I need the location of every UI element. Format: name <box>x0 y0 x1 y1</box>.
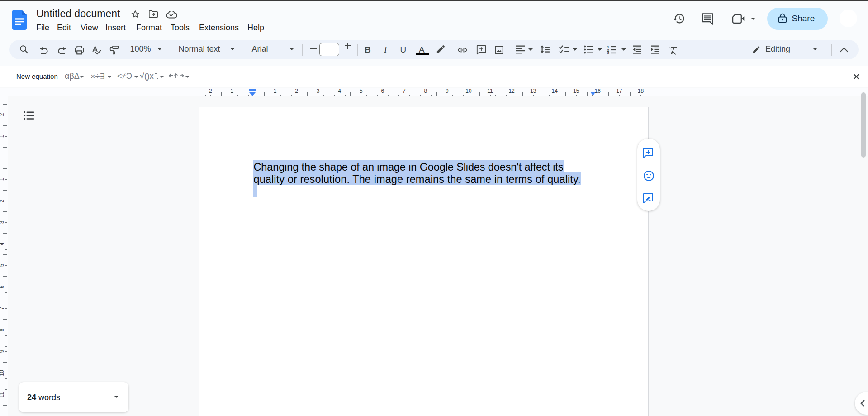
svg-text:3: 3 <box>607 51 609 54</box>
